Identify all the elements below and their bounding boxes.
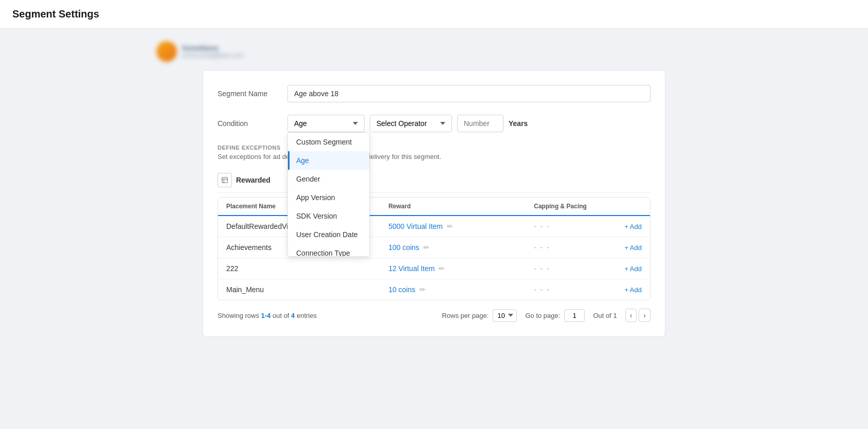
number-input[interactable] <box>457 115 503 132</box>
dropdown-item-connection-type[interactable]: Connection Type <box>288 244 369 256</box>
condition-type-wrapper: Age Custom Segment Age Gender App Versio… <box>287 115 365 132</box>
capping-cell: - - - + Add <box>526 258 650 279</box>
go-to-page-label: Go to page: <box>525 312 560 319</box>
placement-name: 222 <box>218 258 380 279</box>
total-pages: 1 <box>613 312 617 319</box>
placement-name: Main_Menu <box>218 279 380 300</box>
showing-rows: Showing rows 1-4 out of 4 entries <box>218 312 317 319</box>
footer-right: Rows per page: 10 25 50 Go to page: Out … <box>442 309 650 322</box>
user-text: SomeName some.email@test.com <box>182 44 243 59</box>
reward-cell: 5000 Virtual Item ✏ <box>380 216 526 237</box>
condition-row: Condition Age Custom Segment Age Gender <box>218 115 650 132</box>
dropdown-item-app-version[interactable]: App Version <box>288 188 369 207</box>
user-sub: some.email@test.com <box>182 52 243 59</box>
showing-range: 1-4 <box>261 312 271 319</box>
capping-dashes: - - - <box>534 264 550 273</box>
table-body: DefaultRewardedVideo 5000 Virtual Item ✏… <box>218 216 650 300</box>
reward-cell: 100 coins ✏ <box>380 237 526 258</box>
condition-dropdown: Custom Segment Age Gender App Version SD… <box>287 132 370 257</box>
operator-wrapper: Select Operator <box>370 115 452 132</box>
rewarded-title: Rewarded <box>236 176 270 184</box>
operator-btn[interactable]: Select Operator <box>370 115 452 132</box>
operator-placeholder: Select Operator <box>376 119 427 128</box>
main-content: SomeName some.email@test.com Segment Nam… <box>0 29 868 349</box>
add-button[interactable]: + Add <box>624 244 642 252</box>
condition-controls: Age Custom Segment Age Gender App Versio… <box>287 115 528 132</box>
segment-name-label: Segment Name <box>218 90 279 98</box>
table-row: Achievements 100 coins ✏ - - - + <box>218 237 650 258</box>
years-label: Years <box>509 119 528 128</box>
table-row: Main_Menu 10 coins ✏ - - - + Add <box>218 279 650 300</box>
table-footer: Showing rows 1-4 out of 4 entries Rows p… <box>218 309 650 322</box>
capping-dashes: - - - <box>534 285 550 294</box>
segment-name-input[interactable] <box>287 85 650 102</box>
table-row: 222 12 Virtual Item ✏ - - - + Ad <box>218 258 650 279</box>
dropdown-item-age[interactable]: Age <box>288 151 369 170</box>
dropdown-scroll[interactable]: Custom Segment Age Gender App Version SD… <box>288 133 369 256</box>
rows-per-page: Rows per page: 10 25 50 <box>442 309 517 322</box>
prev-page-btn[interactable]: ‹ <box>625 309 637 322</box>
out-of-prefix: out of <box>270 312 291 319</box>
rows-per-page-label: Rows per page: <box>442 312 489 319</box>
table-row: DefaultRewardedVideo 5000 Virtual Item ✏… <box>218 216 650 237</box>
next-page-btn[interactable]: › <box>639 309 650 322</box>
condition-label: Condition <box>218 119 279 128</box>
edit-icon[interactable]: ✏ <box>439 264 445 273</box>
dropdown-item-gender[interactable]: Gender <box>288 170 369 188</box>
rewarded-icon <box>218 173 232 187</box>
exceptions-label: DEFINE EXCEPTIONS <box>218 145 650 151</box>
showing-prefix: Showing rows <box>218 312 261 319</box>
reward-link[interactable]: 5000 Virtual Item <box>388 222 443 230</box>
capping-cell: - - - + Add <box>526 216 650 237</box>
chevron-down-icon <box>440 122 445 125</box>
add-button[interactable]: + Add <box>624 265 642 273</box>
pagination-nav: ‹ › <box>625 309 650 322</box>
reward-link[interactable]: 12 Virtual Item <box>388 264 435 273</box>
user-info: SomeName some.email@test.com <box>156 41 243 62</box>
table-header-row: Placement Name Reward Capping & Pacing <box>218 198 650 216</box>
capping-cell: - - - + Add <box>526 237 650 258</box>
edit-icon[interactable]: ✏ <box>420 285 426 294</box>
placements-table: Placement Name Reward Capping & Pacing D… <box>218 198 650 300</box>
page-header: Segment Settings <box>0 0 868 29</box>
dropdown-item-sdk-version[interactable]: SDK Version <box>288 207 369 225</box>
reward-link[interactable]: 100 coins <box>388 243 419 252</box>
out-of-label: Out of <box>593 312 613 319</box>
reward-cell: 12 Virtual Item ✏ <box>380 258 526 279</box>
dropdown-item-user-creation-date[interactable]: User Creation Date <box>288 225 369 244</box>
capping-dashes: - - - <box>534 243 550 252</box>
settings-card: Segment Name Condition Age Custom Segmen… <box>203 70 665 337</box>
add-button[interactable]: + Add <box>624 223 642 230</box>
col-capping: Capping & Pacing <box>526 198 650 216</box>
edit-icon[interactable]: ✏ <box>423 243 429 252</box>
rows-per-page-select[interactable]: 10 25 50 <box>493 309 517 322</box>
condition-type-value: Age <box>294 119 307 128</box>
dropdown-item-custom-segment[interactable]: Custom Segment <box>288 133 369 151</box>
segment-name-row: Segment Name <box>218 85 650 102</box>
add-button[interactable]: + Add <box>624 286 642 294</box>
page-number-input[interactable] <box>564 309 585 322</box>
capping-dashes: - - - <box>534 222 550 230</box>
capping-cell: - - - + Add <box>526 279 650 300</box>
condition-type-btn[interactable]: Age <box>287 115 365 132</box>
rewarded-header: Rewarded <box>218 168 650 193</box>
entries-suffix: entries <box>295 312 317 319</box>
user-name: SomeName <box>182 44 243 52</box>
exceptions-section: DEFINE EXCEPTIONS Set exceptions for ad … <box>218 145 650 322</box>
svg-rect-0 <box>222 177 228 183</box>
exceptions-desc: Set exceptions for ad delivery to custom… <box>218 153 650 160</box>
table-container: Placement Name Reward Capping & Pacing D… <box>218 197 650 300</box>
page-title: Segment Settings <box>12 8 856 20</box>
reward-link[interactable]: 10 coins <box>388 285 415 294</box>
go-to-page: Go to page: <box>525 309 585 322</box>
out-of-pages: Out of 1 <box>593 312 617 319</box>
edit-icon[interactable]: ✏ <box>447 222 453 230</box>
reward-cell: 10 coins ✏ <box>380 279 526 300</box>
chevron-down-icon <box>353 122 358 125</box>
avatar <box>156 41 177 62</box>
col-reward: Reward <box>380 198 526 216</box>
